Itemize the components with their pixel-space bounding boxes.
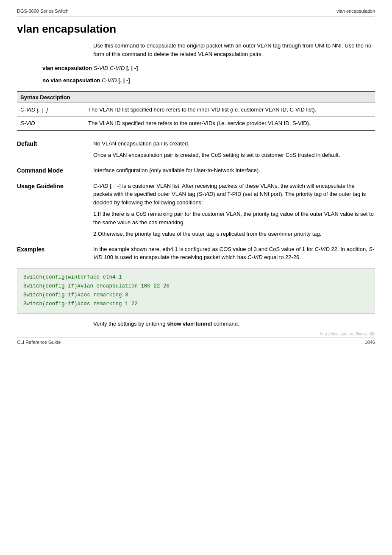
syntax-prefix-1: vlan encapsulation: [42, 65, 92, 71]
code-line-3: Switch(config-if)#cos remarking 3: [23, 291, 369, 300]
syntax-line-1: vlan encapsulation S-VID C-VID [, | -]: [42, 64, 375, 73]
page-header: DGS-6600 Series Switch vlan encapsulatio…: [17, 8, 375, 17]
section-default: Default No VLAN encapsulation pair is cr…: [17, 139, 375, 159]
default-para-1: No VLAN encapsulation pair is created.: [93, 139, 375, 148]
desc-svid: The VLAN ID specified here refers to the…: [85, 117, 375, 131]
syntax-prefix-2: no vlan encapsulation: [42, 77, 100, 84]
table-row: C-VID [, | -] The VLAN ID list specified…: [17, 103, 375, 117]
page-footer: CLI Reference Guide 1046: [17, 337, 375, 345]
section-label-command-mode: Command Mode: [17, 166, 93, 175]
usage-para-2: 1.If the there is a CoS remarking pair f…: [93, 210, 375, 226]
syntax-italic-2: C-VID: [102, 77, 117, 84]
code-line-1: Switch(config)#interface eth4.1: [23, 273, 369, 282]
footer-right: 1046: [365, 340, 375, 345]
section-content-examples: In the example shown here, eth4.1 is con…: [93, 245, 375, 262]
syntax-table-header: Syntax Description: [17, 92, 375, 103]
page: DGS-6600 Series Switch vlan encapsulatio…: [0, 0, 392, 353]
verify-bold: show vlan-tunnel: [167, 321, 212, 327]
usage-para-1: C-VID [, | -] is a customer VLAN list. A…: [93, 182, 375, 207]
watermark: http://blog.csdn.net/kingredfly: [320, 332, 375, 336]
description-block: Use this command to encapsulate the orig…: [93, 42, 375, 58]
section-command-mode: Command Mode Interface configuration (on…: [17, 166, 375, 175]
syntax-table: Syntax Description C-VID [, | -] The VLA…: [17, 91, 375, 131]
command-mode-para: Interface configuration (only available …: [93, 166, 375, 175]
section-content-default: No VLAN encapsulation pair is created. O…: [93, 139, 375, 159]
usage-para-3: 2.Otherwise, the priority tag value of t…: [93, 230, 375, 238]
syntax-suffix-2: [, | -]: [118, 77, 130, 84]
verify-before: Verify the settings by entering: [93, 321, 167, 327]
footer-left: CLI Reference Guide: [17, 340, 61, 345]
term-cvid: C-VID [, | -]: [17, 103, 85, 117]
section-label-examples: Examples: [17, 245, 93, 262]
verify-text: Verify the settings by entering show vla…: [93, 320, 375, 328]
section-content-usage: C-VID [, | -] is a customer VLAN list. A…: [93, 182, 375, 238]
header-right: vlan encapsulation: [336, 8, 375, 14]
section-label-usage: Usage Guideline: [17, 182, 93, 238]
section-label-default: Default: [17, 139, 93, 159]
code-block: Switch(config)#interface eth4.1 Switch(c…: [17, 268, 375, 314]
default-para-2: Once a VLAN encapsulation pair is create…: [93, 151, 375, 159]
section-examples: Examples In the example shown here, eth4…: [17, 245, 375, 262]
section-content-command-mode: Interface configuration (only available …: [93, 166, 375, 175]
term-svid: S-VID: [17, 117, 85, 131]
examples-para: In the example shown here, eth4.1 is con…: [93, 245, 375, 262]
syntax-italic-1: S-VID C-VID: [94, 65, 125, 71]
syntax-line-2: no vlan encapsulation C-VID [, | -]: [42, 76, 375, 85]
page-title: vlan encapsulation: [17, 22, 375, 36]
desc-cvid: The VLAN ID list specified here refers t…: [85, 103, 375, 117]
code-line-2: Switch(config-if)#vlan encapsulation 100…: [23, 282, 369, 291]
header-left: DGS-6600 Series Switch: [17, 8, 69, 14]
section-usage-guideline: Usage Guideline C-VID [, | -] is a custo…: [17, 182, 375, 238]
table-row: S-VID The VLAN ID specified here refers …: [17, 117, 375, 131]
description-text: Use this command to encapsulate the orig…: [93, 42, 371, 57]
code-line-4: Switch(config-if)#cos remarking 1 22: [23, 300, 369, 309]
verify-after: command.: [212, 321, 239, 327]
syntax-suffix-1: [, | -]: [126, 65, 138, 71]
